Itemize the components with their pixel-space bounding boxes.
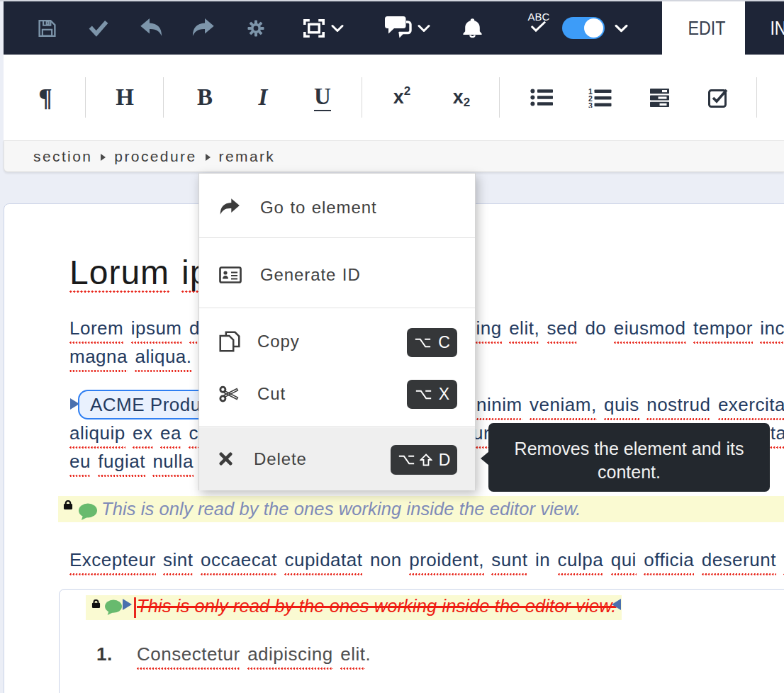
svg-text:3: 3 [588,101,593,108]
